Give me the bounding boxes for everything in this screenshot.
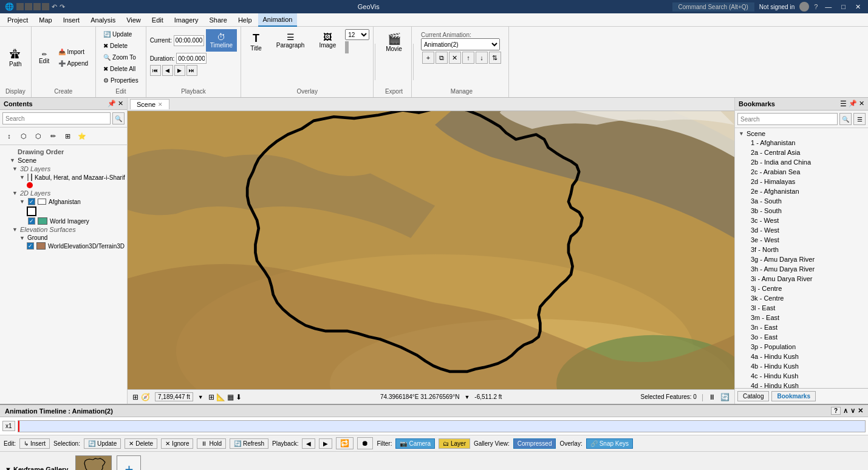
bm-item-7[interactable]: 3b - South bbox=[736, 206, 867, 216]
current-value-input[interactable] bbox=[174, 35, 204, 46]
playback-back-button[interactable]: ◀ bbox=[162, 65, 173, 76]
catalog-button[interactable]: Catalog bbox=[737, 391, 769, 401]
bm-item-12[interactable]: 3g - Amu Darya River bbox=[736, 254, 867, 264]
playback-play-button[interactable]: ▶ bbox=[174, 65, 185, 76]
anim-compressed-button[interactable]: Compressed bbox=[513, 438, 556, 449]
paragraph-button[interactable]: ☰ Paragraph bbox=[271, 29, 310, 52]
manage-add-button[interactable]: + bbox=[422, 52, 434, 64]
map-tool-4[interactable]: ⬇ bbox=[236, 393, 242, 401]
contents-search-input[interactable] bbox=[2, 112, 111, 124]
bookmarks-menu-button[interactable]: ☰ bbox=[853, 113, 866, 125]
anim-refresh-button[interactable]: 🔄 Refresh bbox=[230, 438, 268, 449]
scene-item[interactable]: ▼ Scene bbox=[2, 156, 125, 165]
bm-item-2[interactable]: 2b - India and China bbox=[736, 157, 867, 167]
nav-icon[interactable]: 🧭 bbox=[141, 393, 150, 401]
scene-tab-item[interactable]: Scene ✕ bbox=[130, 99, 169, 109]
bm-item-11[interactable]: 3f - North bbox=[736, 245, 867, 254]
bm-item-15[interactable]: 3j - Centre bbox=[736, 284, 867, 293]
bm-scene-item[interactable]: ▼ Scene bbox=[736, 129, 867, 138]
bm-item-23[interactable]: 4b - Hindu Kush bbox=[736, 361, 867, 371]
world-elevation-item[interactable]: ✓ WorldElevation3D/Terrain3D bbox=[2, 242, 125, 250]
anim-loop-button[interactable]: 🔁 bbox=[336, 437, 354, 449]
anim-delete-button[interactable]: ✕ Delete bbox=[125, 438, 157, 449]
contents-tool-1[interactable]: ↕ bbox=[2, 129, 16, 143]
delete-button[interactable]: ✖ Delete bbox=[100, 41, 142, 51]
playback-end-button[interactable]: ⏭ bbox=[186, 65, 197, 76]
map-tool-3[interactable]: ▦ bbox=[227, 393, 234, 401]
scene-tab-close[interactable]: ✕ bbox=[158, 101, 163, 107]
anim-play-fwd-button[interactable]: ▶ bbox=[319, 438, 332, 449]
image-button[interactable]: 🖼 Image bbox=[313, 29, 341, 52]
manage-down-button[interactable]: ↓ bbox=[476, 52, 488, 64]
layers-3d-item[interactable]: ▼ 3D Layers bbox=[2, 165, 125, 173]
grid-icon[interactable]: ⊞ bbox=[132, 393, 138, 401]
menu-animation[interactable]: Animation bbox=[258, 13, 298, 27]
contents-tool-6[interactable]: ⭐ bbox=[75, 129, 89, 143]
close-button[interactable]: ✕ bbox=[853, 3, 863, 11]
edit-button[interactable]: ✏ Edit bbox=[35, 49, 53, 67]
minimize-button[interactable]: — bbox=[822, 3, 834, 10]
menu-imagery[interactable]: Imagery bbox=[169, 13, 203, 27]
anim-record-button[interactable]: ⏺ bbox=[357, 437, 373, 449]
menu-help[interactable]: Help bbox=[233, 13, 257, 27]
anim-hold-button[interactable]: ⏸ Hold bbox=[197, 438, 226, 449]
bm-item-19[interactable]: 3n - East bbox=[736, 322, 867, 332]
help-icon[interactable]: ? bbox=[814, 3, 818, 10]
manage-up-button[interactable]: ↑ bbox=[462, 52, 474, 64]
update-button[interactable]: 🔄 Update bbox=[100, 29, 142, 39]
menu-share[interactable]: Share bbox=[205, 13, 232, 27]
contents-pin-icon[interactable]: 📌 bbox=[108, 100, 116, 107]
timeline-button[interactable]: ⏱ Timeline bbox=[206, 29, 237, 52]
pause-icon[interactable]: ⏸ bbox=[708, 393, 716, 401]
kabul-checkbox[interactable] bbox=[27, 174, 29, 181]
zoom-to-button[interactable]: 🔍 Zoom To bbox=[100, 52, 142, 63]
sync-icon[interactable]: 🔄 bbox=[720, 393, 730, 401]
coord-dropdown-icon[interactable]: ▼ bbox=[464, 394, 470, 400]
delete-all-button[interactable]: ✖ Delete All bbox=[100, 64, 142, 74]
playback-start-button[interactable]: ⏮ bbox=[150, 65, 161, 76]
bookmarks-search-input[interactable] bbox=[737, 113, 838, 125]
anim-play-back-button[interactable]: ◀ bbox=[302, 438, 315, 449]
anim-camera-button[interactable]: 📷 Camera bbox=[395, 438, 435, 449]
import-button[interactable]: 📥 Import bbox=[55, 47, 92, 57]
maximize-button[interactable]: □ bbox=[839, 3, 848, 10]
path-button[interactable]: 🛣 Path bbox=[4, 45, 27, 70]
bm-item-9[interactable]: 3d - West bbox=[736, 225, 867, 235]
menu-insert[interactable]: Insert bbox=[58, 13, 85, 27]
append-button[interactable]: ➕ Append bbox=[55, 58, 92, 69]
contents-search-button[interactable]: 🔍 bbox=[112, 112, 125, 124]
animation-select[interactable]: Animation(2) bbox=[421, 38, 500, 50]
afghanistan-checkbox[interactable]: ✓ bbox=[28, 198, 35, 205]
font-size-select[interactable]: 12 bbox=[345, 29, 369, 40]
timeline-cursor[interactable] bbox=[18, 421, 19, 432]
bm-item-20[interactable]: 3o - East bbox=[736, 332, 867, 342]
afghanistan-item[interactable]: ▼ ✓ Afghanistan bbox=[2, 197, 125, 206]
map-tool-2[interactable]: 📐 bbox=[216, 393, 225, 401]
menu-project[interactable]: Project bbox=[2, 13, 33, 27]
bookmarks-tab-button[interactable]: Bookmarks bbox=[771, 391, 815, 401]
layers-2d-item[interactable]: ▼ 2D Layers bbox=[2, 189, 125, 197]
map-tool-1[interactable]: ⊞ bbox=[208, 393, 214, 401]
anim-layer-button[interactable]: 🗂 Layer bbox=[439, 438, 470, 449]
redo-icon[interactable]: ↷ bbox=[60, 3, 65, 11]
manage-sort-button[interactable]: ⇅ bbox=[489, 52, 501, 64]
bookmarks-close-icon[interactable]: ✕ bbox=[859, 100, 864, 108]
menu-edit[interactable]: Edit bbox=[147, 13, 168, 27]
undo-icon[interactable]: ↶ bbox=[52, 3, 57, 11]
bm-item-24[interactable]: 4c - Hindu Kush bbox=[736, 371, 867, 381]
bm-item-22[interactable]: 4a - Hindu Kush bbox=[736, 352, 867, 361]
user-icon[interactable] bbox=[799, 2, 809, 12]
contents-close-icon[interactable]: ✕ bbox=[118, 100, 123, 107]
bm-item-21[interactable]: 3p - Population bbox=[736, 342, 867, 352]
world-imagery-item[interactable]: ✓ World Imagery bbox=[2, 217, 125, 225]
bm-item-3[interactable]: 2c - Arabian Sea bbox=[736, 167, 867, 177]
bm-item-0[interactable]: 1 - Afghanistan bbox=[736, 138, 867, 148]
scale-dropdown-icon[interactable]: ▼ bbox=[198, 394, 203, 400]
bm-item-4[interactable]: 2d - Himalayas bbox=[736, 177, 867, 186]
bm-item-6[interactable]: 3a - South bbox=[736, 196, 867, 206]
menu-map[interactable]: Map bbox=[34, 13, 56, 27]
anim-update-button[interactable]: 🔄 Update bbox=[84, 438, 121, 449]
contents-tool-5[interactable]: ⊞ bbox=[61, 129, 74, 143]
world-elevation-checkbox[interactable]: ✓ bbox=[27, 242, 34, 250]
menu-analysis[interactable]: Analysis bbox=[86, 13, 120, 27]
